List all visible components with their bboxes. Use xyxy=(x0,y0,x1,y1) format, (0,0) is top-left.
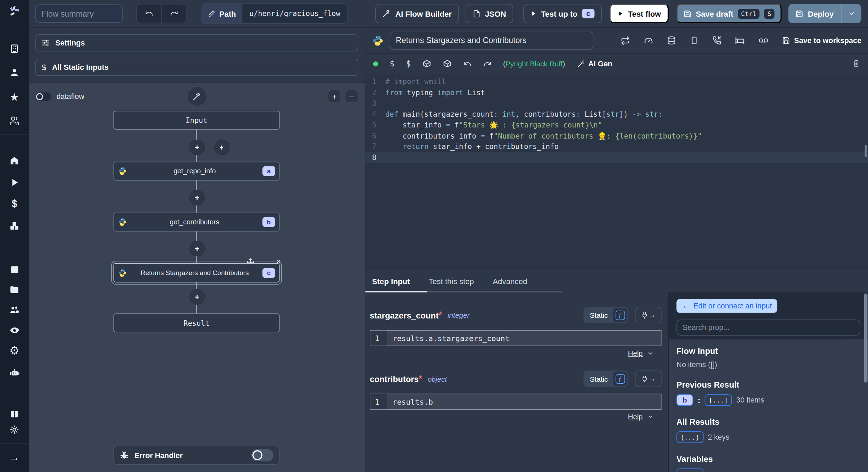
search-prop-input[interactable] xyxy=(676,320,860,336)
repeat-icon[interactable] xyxy=(621,36,630,45)
sun-icon[interactable] xyxy=(9,424,20,435)
input-mode-toggle[interactable]: Static ƒ xyxy=(584,307,628,323)
zoom-in-button[interactable]: + xyxy=(328,90,341,103)
array-preview-badge[interactable]: [...] xyxy=(705,394,732,406)
code-line[interactable]: 8 xyxy=(365,152,868,163)
flow-input-node[interactable]: Input xyxy=(114,111,279,130)
phone-incoming-icon[interactable] xyxy=(713,36,722,45)
library-icon[interactable] xyxy=(852,60,860,67)
code-line[interactable]: 1# import wmill xyxy=(365,76,868,87)
save-draft-button[interactable]: Save draft Ctrl S xyxy=(676,4,782,23)
package-icon[interactable] xyxy=(422,59,431,68)
dollar-assets-icon[interactable]: $ xyxy=(390,59,394,68)
step-badge: c xyxy=(262,268,275,278)
previous-result-row[interactable]: b : [...] 30 items xyxy=(676,394,860,406)
connect-input-button[interactable]: → xyxy=(635,307,662,323)
arrow-right-icon[interactable]: → xyxy=(9,452,20,463)
chevron-down-icon[interactable] xyxy=(647,413,654,420)
code-line[interactable]: 5 star_info = f"Stars 🌟 : {stargazers_co… xyxy=(365,119,868,130)
test-up-to-button[interactable]: Test up to c xyxy=(523,4,602,23)
result-key-badge[interactable]: b xyxy=(676,394,693,406)
boxes-icon[interactable] xyxy=(9,221,20,232)
edit-or-connect-button[interactable]: ← Edit or connect an input xyxy=(676,299,777,313)
test-flow-button[interactable]: Test flow xyxy=(610,4,669,23)
expression-editor-contributors[interactable]: 1 results.b xyxy=(370,394,661,410)
tab-advanced[interactable]: Advanced xyxy=(493,277,527,286)
chevron-down-icon[interactable] xyxy=(647,350,654,356)
undo-button[interactable] xyxy=(137,5,161,23)
gauge-icon[interactable] xyxy=(644,36,653,45)
flow-summary-input[interactable] xyxy=(35,5,123,23)
help-link[interactable]: Help xyxy=(628,413,643,421)
code-line[interactable]: 4def main(stargazers_count: int, contrib… xyxy=(365,109,868,119)
windmill-logo-icon[interactable] xyxy=(9,6,20,17)
user-icon[interactable] xyxy=(9,67,20,78)
code-line[interactable]: 7 return star_info + contributors_info xyxy=(365,141,868,152)
add-step-button[interactable]: + xyxy=(189,241,205,257)
rotate-ccw-icon[interactable] xyxy=(463,59,471,68)
deploy-more-button[interactable] xyxy=(841,4,861,23)
trigger-bolt-button[interactable] xyxy=(214,140,230,155)
input-mode-toggle[interactable]: Static ƒ xyxy=(584,371,628,387)
object-preview-badge[interactable]: {...} xyxy=(676,431,703,443)
eye-icon[interactable] xyxy=(9,324,20,336)
building-icon[interactable] xyxy=(9,43,20,54)
bed-icon[interactable] xyxy=(735,36,745,45)
code-line[interactable]: 2from typing import List xyxy=(365,87,868,98)
code-editor-content[interactable]: 1# import wmill2from typing import List3… xyxy=(365,74,868,270)
flow-step-node-b[interactable]: get_contributors b xyxy=(114,213,279,231)
database-icon[interactable] xyxy=(667,36,676,45)
deploy-button[interactable]: Deploy xyxy=(788,4,841,23)
tab-step-input[interactable]: Step Input xyxy=(372,277,410,286)
rectangle-icon[interactable] xyxy=(690,36,699,45)
code-line[interactable]: 6 contributors_info = f"Number of contri… xyxy=(365,130,868,141)
dollar-vars-icon[interactable]: $ xyxy=(406,59,410,68)
path-field[interactable]: Path u/henri/gracious_flow xyxy=(201,3,348,24)
object-preview-badge[interactable]: {...} xyxy=(676,469,703,472)
star-icon[interactable]: ★ xyxy=(9,91,20,102)
code-line[interactable]: 3 xyxy=(365,98,868,109)
package2-icon[interactable] xyxy=(443,59,452,68)
ai-gen-button[interactable]: AI Gen xyxy=(577,59,612,68)
save-to-workspace-button[interactable]: Save to workspace xyxy=(783,36,861,44)
all-static-inputs-button[interactable]: $ All Static Inputs xyxy=(35,59,358,76)
users-icon[interactable] xyxy=(9,115,20,126)
settings-button[interactable]: Settings xyxy=(35,34,358,51)
flow-graph-canvas[interactable]: dataflow + − Input + get_repo_info a + xyxy=(29,83,365,472)
error-handler-toggle[interactable] xyxy=(251,449,274,461)
variables-row[interactable]: {...} xyxy=(676,469,860,472)
home-icon[interactable] xyxy=(9,155,20,166)
redo-button[interactable] xyxy=(161,5,186,23)
zoom-out-button[interactable]: − xyxy=(345,90,358,103)
json-button[interactable]: JSON xyxy=(466,4,513,23)
tab-test-this-step[interactable]: Test this step xyxy=(429,277,474,286)
connect-input-button[interactable]: → xyxy=(635,371,662,387)
gear-icon[interactable]: ⚙ xyxy=(9,345,20,356)
book-icon[interactable] xyxy=(9,409,20,420)
voicemail-icon[interactable] xyxy=(759,35,769,45)
editor-scrollbar[interactable] xyxy=(865,145,867,157)
add-step-button[interactable]: + xyxy=(189,140,205,155)
flow-step-node-c-selected[interactable]: Returns Stargazers and Contributors c xyxy=(114,263,279,282)
add-step-button[interactable]: + xyxy=(189,289,205,305)
users-cog-icon[interactable] xyxy=(9,304,20,315)
lint-status[interactable]: (Pyright Black Ruff) xyxy=(503,59,565,68)
ai-flow-builder-button[interactable]: AI Flow Builder xyxy=(375,4,459,23)
flow-step-node-a[interactable]: get_repo_info a xyxy=(114,162,279,181)
rotate-cw-icon[interactable] xyxy=(483,59,492,68)
connect-panel-scrollbar[interactable] xyxy=(864,293,868,383)
help-link[interactable]: Help xyxy=(628,349,643,357)
calendar-icon[interactable] xyxy=(9,264,20,275)
dollar-icon[interactable]: $ xyxy=(9,198,20,209)
ai-wand-button[interactable] xyxy=(187,86,207,106)
add-step-button[interactable]: + xyxy=(189,190,205,206)
folder-icon[interactable] xyxy=(9,284,20,295)
all-results-row[interactable]: {...} 2 keys xyxy=(676,431,860,443)
step-title-input[interactable] xyxy=(390,31,593,50)
dataflow-toggle[interactable] xyxy=(35,92,51,101)
robot-icon[interactable] xyxy=(9,366,20,378)
error-handler-node[interactable]: Error Handler xyxy=(114,446,279,464)
expression-editor-stargazers[interactable]: 1 results.a.stargazers_count xyxy=(370,330,661,346)
flow-result-node[interactable]: Result xyxy=(114,313,279,332)
play-icon[interactable] xyxy=(9,177,20,188)
